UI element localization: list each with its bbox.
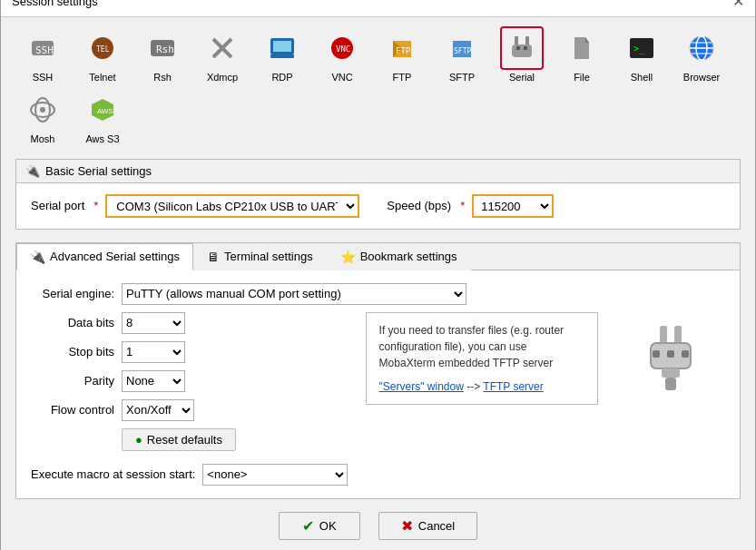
speed-select[interactable]: 115200 9600 19200 38400 57600 230400	[472, 194, 554, 218]
basic-serial-body: Serial port * COM3 (Silicon Labs CP210x …	[16, 183, 740, 229]
data-bits-label: Data bits	[31, 316, 122, 329]
icon-box-ssh: SSH	[21, 26, 64, 70]
macro-label: Execute macro at session start:	[31, 467, 195, 481]
icon-box-sftp: SFTP	[440, 26, 484, 70]
icon-box-rsh: Rsh	[141, 26, 184, 70]
icon-label-ssh: SSH	[33, 72, 54, 83]
svg-text:Rsh: Rsh	[156, 44, 174, 55]
data-bits-select[interactable]: 8765	[122, 312, 185, 334]
speed-required: *	[460, 199, 465, 212]
icon-label-xdmcp: Xdmcp	[207, 72, 238, 83]
svg-text:SSH: SSH	[35, 44, 54, 56]
macro-select[interactable]: <none>	[202, 464, 347, 486]
advanced-form: Data bits 8765 Stop bits 11.52	[31, 312, 725, 486]
icon-label-file: File	[574, 72, 590, 83]
close-button[interactable]: ✕	[732, 0, 744, 9]
speed-label: Speed (bps)	[387, 199, 451, 212]
session-icon-ftp[interactable]: FTPFTP	[375, 26, 429, 83]
session-icon-sftp[interactable]: SFTPSFTP	[435, 26, 489, 83]
basic-serial-settings-box: 🔌 Basic Serial settings Serial port * CO…	[15, 159, 741, 230]
tabs-container: 🔌Advanced Serial settings🖥Terminal setti…	[15, 242, 741, 499]
session-icon-telnet[interactable]: TELTelnet	[75, 26, 130, 83]
bottom-buttons: ✔ OK ✖ Cancel	[15, 499, 741, 549]
cancel-button[interactable]: ✖ Cancel	[378, 512, 477, 540]
serial-port-group: Serial port * COM3 (Silicon Labs CP210x …	[31, 194, 359, 218]
tab-content-advanced: Serial engine: PuTTY (allows manual COM …	[16, 270, 740, 498]
session-icon-awss3[interactable]: AWSAws S3	[75, 88, 130, 144]
svg-text:AWS: AWS	[97, 107, 113, 115]
tab-bookmark[interactable]: ⭐Bookmark settings	[327, 243, 471, 270]
ok-label: OK	[319, 519, 337, 533]
svg-text:>_: >_	[633, 44, 645, 54]
cancel-icon: ✖	[401, 517, 413, 535]
session-icon-xdmcp[interactable]: Xdmcp	[195, 26, 250, 83]
icon-label-serial: Serial	[509, 72, 535, 83]
stop-bits-select[interactable]: 11.52	[122, 341, 185, 363]
session-icon-ssh[interactable]: SSHSSH	[15, 26, 70, 83]
info-box: If you need to transfer files (e.g. rout…	[366, 312, 598, 405]
servers-window-link[interactable]: "Servers" window	[379, 380, 464, 393]
session-icon-serial[interactable]: Serial	[495, 26, 549, 83]
session-icons-row: SSHSSHTELTelnetRshRshXdmcpRDPVNCVNCFTPFT…	[1, 17, 755, 150]
svg-rect-16	[525, 36, 529, 45]
tftp-server-link[interactable]: TFTP server	[483, 380, 543, 393]
ok-button[interactable]: ✔ OK	[279, 512, 360, 540]
macro-row: Execute macro at session start: <none>	[31, 464, 348, 486]
cancel-label: Cancel	[418, 519, 455, 533]
parity-label: Parity	[31, 374, 122, 388]
tab-advanced[interactable]: 🔌Advanced Serial settings	[16, 243, 193, 270]
icon-box-xdmcp	[201, 26, 244, 70]
speed-group: Speed (bps) * 115200 9600 19200 38400 57…	[387, 194, 554, 218]
session-settings-window: Session settings ✕ SSHSSHTELTelnetRshRsh…	[0, 0, 756, 550]
serial-engine-select[interactable]: PuTTY (allows manual COM port setting) W…	[122, 283, 466, 305]
icon-box-file	[560, 26, 604, 70]
icon-box-shell: >_	[620, 26, 663, 70]
session-icon-mosh[interactable]: Mosh	[15, 88, 70, 144]
data-bits-row: Data bits 8765	[31, 312, 348, 334]
tab-label-terminal: Terminal settings	[224, 250, 313, 263]
tab-label-advanced: Advanced Serial settings	[50, 250, 180, 263]
svg-rect-19	[524, 46, 527, 50]
icon-box-browser	[680, 26, 723, 70]
parity-row: Parity NoneEvenOddMarkSpace	[31, 370, 348, 392]
tab-terminal[interactable]: 🖥Terminal settings	[193, 243, 327, 270]
svg-rect-38	[682, 350, 689, 358]
icon-label-ftp: FTP	[393, 72, 412, 83]
info-link-row: "Servers" window --> TFTP server	[379, 378, 584, 395]
svg-text:VNC: VNC	[336, 44, 350, 54]
icon-box-telnet: TEL	[81, 26, 124, 70]
icon-box-awss3: AWS	[81, 88, 124, 132]
stop-bits-row: Stop bits 11.52	[31, 341, 348, 363]
svg-point-29	[40, 107, 45, 113]
session-icon-rdp[interactable]: RDP	[255, 26, 309, 83]
ok-icon: ✔	[302, 517, 314, 535]
svg-rect-36	[653, 350, 660, 358]
icon-label-browser: Browser	[683, 72, 720, 83]
tab-label-bookmark: Bookmark settings	[360, 250, 457, 263]
session-icon-shell[interactable]: >_Shell	[614, 26, 669, 83]
icon-box-mosh	[21, 88, 64, 132]
parity-select[interactable]: NoneEvenOddMarkSpace	[122, 370, 185, 392]
icon-label-awss3: Aws S3	[85, 133, 119, 144]
session-icon-vnc[interactable]: VNCVNC	[315, 26, 369, 83]
reset-defaults-label: Reset defaults	[147, 433, 222, 447]
serial-engine-label: Serial engine:	[31, 287, 122, 300]
session-icon-rsh[interactable]: RshRsh	[135, 26, 190, 83]
basic-serial-title-text: Basic Serial settings	[45, 164, 152, 178]
adv-left-panel: Data bits 8765 Stop bits 11.52	[31, 312, 348, 486]
icon-label-rdp: RDP	[271, 72, 292, 83]
icon-label-shell: Shell	[631, 72, 653, 83]
session-icon-browser[interactable]: Browser	[674, 26, 729, 83]
svg-rect-17	[512, 44, 532, 57]
icon-box-ftp: FTP	[380, 26, 424, 70]
svg-rect-15	[515, 36, 518, 45]
info-text: If you need to transfer files (e.g. rout…	[379, 324, 564, 369]
serial-icon-small: 🔌	[25, 164, 40, 178]
serial-port-select[interactable]: COM3 (Silicon Labs CP210x USB to UART Br	[105, 194, 359, 218]
flow-control-select[interactable]: Xon/XoffNoneRTS/CTSDSR/DTR	[122, 399, 194, 421]
session-icon-file[interactable]: File	[555, 26, 609, 83]
svg-text:TEL: TEL	[96, 45, 110, 54]
reset-defaults-button[interactable]: ● Reset defaults	[122, 428, 236, 451]
stop-bits-label: Stop bits	[31, 345, 122, 358]
icon-box-vnc: VNC	[320, 26, 364, 70]
